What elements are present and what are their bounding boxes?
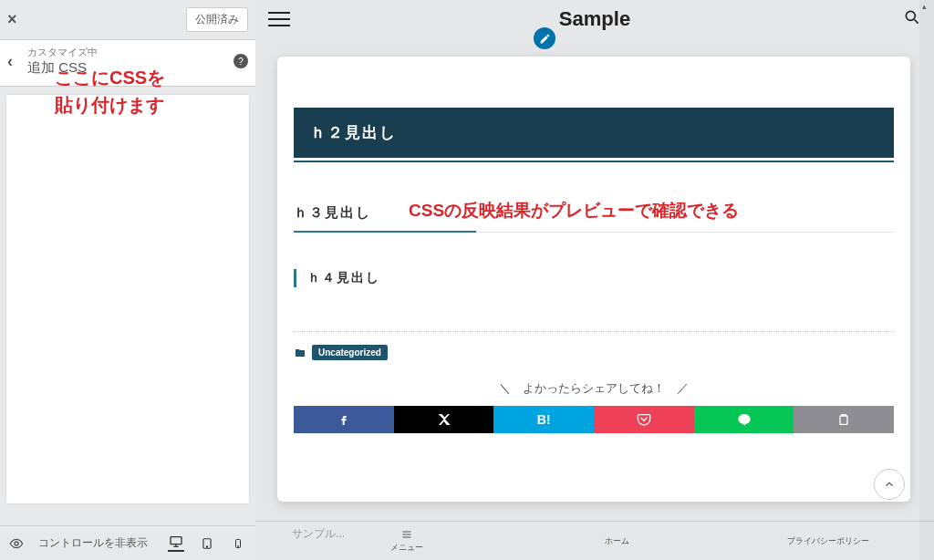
label: ホーム [605,535,629,547]
category-badge[interactable]: Uncategorized [312,345,388,360]
svg-rect-11 [840,416,847,424]
publish-button[interactable]: 公開済み [186,7,248,32]
share-pocket-button[interactable] [594,406,694,433]
share-buttons: B! [294,406,894,433]
preview-card: ｈ２見出し ｈ３見出し ｈ４見出し Uncategorized ＼ よかったらシ… [277,57,910,502]
share-facebook-button[interactable] [294,406,394,433]
customizer-bottom-bar: コントロールを非表示 [0,525,255,560]
annotation-line: 貼り付けます [55,91,165,119]
share-caption: ＼ よかったらシェアしてね！ ／ [294,380,894,397]
back-icon[interactable]: ‹ [7,52,27,71]
breadcrumb: カスタマイズ中 [27,46,234,59]
share-hatena-button[interactable]: B! [493,406,594,433]
edit-shortcut-icon[interactable] [534,27,555,49]
hide-controls-label[interactable]: コントロールを非表示 [38,535,148,551]
tablet-icon[interactable] [199,535,215,552]
svg-rect-1 [171,537,182,544]
folder-icon [294,347,306,358]
close-icon[interactable]: × [7,10,17,29]
share-x-button[interactable] [394,406,494,433]
svg-line-7 [915,19,918,23]
annotation-preview-result: CSSの反映結果がプレビューで確認できる [409,199,739,223]
svg-point-3 [206,545,207,546]
divider [294,331,894,332]
device-switcher [168,535,246,552]
share-line-button[interactable] [694,406,794,433]
mobile-icon[interactable] [230,535,246,552]
site-header: Sample [255,0,934,38]
scrollbar[interactable]: ▴ [919,0,934,560]
annotation-paste-css: ここにCSSを 貼り付けます [55,64,165,119]
hide-controls-icon[interactable] [9,536,24,551]
h2-underline [294,161,894,162]
h4-heading: ｈ４見出し [294,269,894,287]
svg-point-5 [238,545,239,546]
desktop-icon[interactable] [168,535,184,552]
h2-heading: ｈ２見出し [294,108,894,158]
category-row: Uncategorized [294,345,894,360]
svg-point-6 [906,11,915,20]
site-bottom-nav: サンプル... メニュー ホーム プライバシーポリシー [255,521,934,560]
label: メニュー [390,542,423,554]
customizer-panel: × 公開済み ‹ カスタマイズ中 追加 CSS ? ここにCSSを 貼り付けます… [0,0,255,560]
annotation-line: ここにCSSを [55,64,165,91]
label: プライバシーポリシー [787,535,869,547]
h3-underline [294,231,894,233]
search-icon[interactable] [903,8,921,31]
hatena-b-icon: B! [537,412,551,427]
site-title: Sample [255,7,934,31]
help-icon[interactable]: ? [234,54,248,68]
bottomnav-home[interactable]: ホーム [512,522,722,560]
css-editor-input[interactable] [5,94,250,504]
customizer-top-bar: × 公開済み [0,0,255,40]
bottomnav-privacy[interactable]: プライバシーポリシー [723,522,934,560]
share-copy-button[interactable] [794,406,894,433]
sample-placeholder: サンプル... [292,526,345,542]
scroll-top-button[interactable] [874,469,905,500]
scroll-up-icon[interactable]: ▴ [922,2,931,11]
svg-point-0 [15,542,18,545]
